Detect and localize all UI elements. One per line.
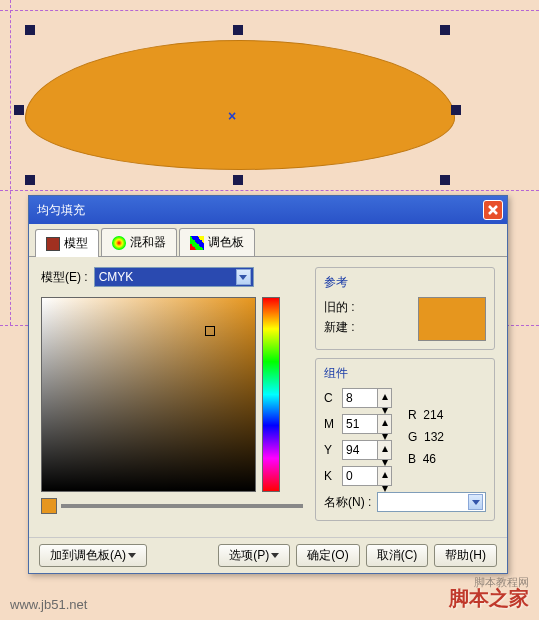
options-button[interactable]: 选项(P) [218,544,290,567]
name-row: 名称(N) : [324,492,486,512]
chevron-down-icon [271,553,279,558]
components-row: C ▴▾ M ▴▾ Y ▴▾ K ▴▾ [324,388,486,486]
spin-buttons[interactable]: ▴▾ [378,388,392,408]
k-spinner[interactable]: ▴▾ [342,466,392,486]
mixers-icon [112,236,126,250]
b-label: B [408,452,416,466]
picker-row [41,297,303,492]
spin-buttons[interactable]: ▴▾ [378,414,392,434]
reference-title: 参考 [324,274,486,291]
help-button[interactable]: 帮助(H) [434,544,497,567]
c-spinner[interactable]: ▴▾ [342,388,392,408]
rgb-readout: R 214 G 132 B 46 [408,404,444,470]
y-spinner[interactable]: ▴▾ [342,440,392,460]
right-column: 参考 旧的 : 新建 : 组件 C ▴▾ M [315,267,495,529]
y-input-row: Y ▴▾ [324,440,392,460]
c-input[interactable] [342,388,378,408]
palettes-icon [190,236,204,250]
model-value: CMYK [99,270,134,284]
left-column: 模型(E) : CMYK [41,267,303,529]
model-label: 模型(E) : [41,269,88,286]
old-label: 旧的 : [324,297,355,317]
tab-models[interactable]: 模型 [35,229,99,257]
new-label: 新建 : [324,317,355,337]
model-combo[interactable]: CMYK [94,267,254,287]
selection-handle[interactable] [451,105,461,115]
center-marker: × [228,108,236,124]
tab-mixers[interactable]: 混和器 [101,228,177,256]
components-title: 组件 [324,365,486,382]
r-value: 214 [423,408,443,422]
reference-labels: 旧的 : 新建 : [324,297,355,337]
selection-handle[interactable] [25,175,35,185]
selection-handle[interactable] [440,175,450,185]
spin-buttons[interactable]: ▴▾ [378,440,392,460]
selection-handle[interactable] [233,175,243,185]
picker-marker[interactable] [205,326,215,336]
b-value: 46 [423,452,436,466]
c-input-row: C ▴▾ [324,388,392,408]
selection-handle[interactable] [440,25,450,35]
titlebar[interactable]: 均匀填充 [29,196,507,224]
btn-label: 加到调色板(A) [50,547,126,564]
add-to-palette-button[interactable]: 加到调色板(A) [39,544,147,567]
m-label: M [324,417,338,431]
spin-buttons[interactable]: ▴▾ [378,466,392,486]
k-label: K [324,469,338,483]
hue-slider[interactable] [262,297,280,492]
m-input-row: M ▴▾ [324,414,392,434]
chevron-down-icon [468,494,483,510]
dialog-body: 模型(E) : CMYK 参考 旧的 : [29,257,507,537]
current-swatch [41,498,57,514]
btn-label: 选项(P) [229,547,269,564]
btn-label: 帮助(H) [445,547,486,564]
g-value: 132 [424,430,444,444]
close-icon [487,204,499,216]
tab-strip: 模型 混和器 调色板 [29,224,507,257]
model-row: 模型(E) : CMYK [41,267,303,287]
btn-label: 取消(C) [377,547,418,564]
selected-ellipse[interactable] [25,40,455,170]
models-icon [46,237,60,251]
m-spinner[interactable]: ▴▾ [342,414,392,434]
y-label: Y [324,443,338,457]
swatch-slider [41,498,303,514]
tab-label: 混和器 [130,234,166,251]
c-label: C [324,391,338,405]
guide-h [0,10,539,11]
m-input[interactable] [342,414,378,434]
name-label: 名称(N) : [324,494,371,511]
selection-handle[interactable] [14,105,24,115]
color-picker[interactable] [41,297,256,492]
name-combo[interactable] [377,492,486,512]
tab-palettes[interactable]: 调色板 [179,228,255,256]
guide-v [10,0,11,325]
components-group: 组件 C ▴▾ M ▴▾ Y ▴▾ [315,358,495,521]
selection-handle[interactable] [233,25,243,35]
g-label: G [408,430,417,444]
cmyk-inputs: C ▴▾ M ▴▾ Y ▴▾ K ▴▾ [324,388,392,486]
selection-handle[interactable] [25,25,35,35]
k-input-row: K ▴▾ [324,466,392,486]
y-input[interactable] [342,440,378,460]
uniform-fill-dialog: 均匀填充 模型 混和器 调色板 模型(E) : CMYK [28,195,508,574]
k-input[interactable] [342,466,378,486]
tab-label: 调色板 [208,234,244,251]
watermark: 脚本之家 [449,585,529,612]
btn-label: 确定(O) [307,547,348,564]
footer-url: www.jb51.net [10,597,87,612]
chevron-down-icon [128,553,136,558]
dialog-title: 均匀填充 [37,202,483,219]
reference-swatch [418,297,486,341]
tab-label: 模型 [64,235,88,252]
ok-button[interactable]: 确定(O) [296,544,359,567]
cancel-button[interactable]: 取消(C) [366,544,429,567]
chevron-down-icon [236,269,251,285]
eyedropper-slider[interactable] [61,504,303,508]
r-label: R [408,408,417,422]
guide-h [0,190,539,191]
reference-group: 参考 旧的 : 新建 : [315,267,495,350]
button-row: 加到调色板(A) 选项(P) 确定(O) 取消(C) 帮助(H) [29,537,507,573]
close-button[interactable] [483,200,503,220]
